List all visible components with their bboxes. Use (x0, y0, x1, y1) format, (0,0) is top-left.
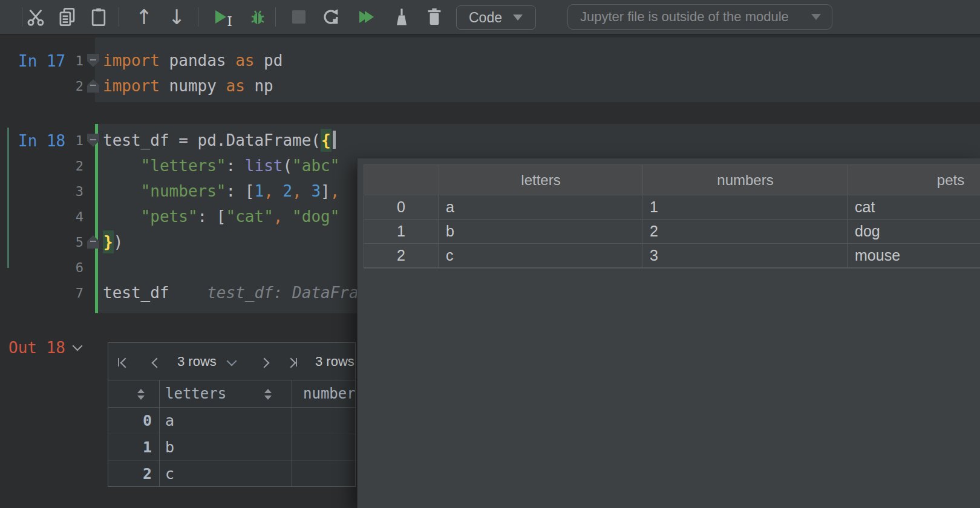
code-token: import (103, 51, 160, 70)
code-line[interactable]: import numpy as np (103, 73, 273, 99)
next-page-icon[interactable] (260, 358, 270, 368)
run-all-cells-icon[interactable] (353, 0, 380, 34)
row-index-cell[interactable]: 1 (108, 434, 152, 461)
line-number: 1 (34, 133, 83, 148)
module-warning-dropdown[interactable]: Jupyter file is outside of the module (567, 4, 832, 30)
code-token: , (292, 182, 311, 200)
code-token: : [ (198, 207, 226, 226)
code-token: np (245, 77, 273, 95)
code-line[interactable]: "numbers": [1, 2, 3], (103, 178, 339, 204)
sort-icon[interactable] (137, 389, 145, 400)
code-token: test_df: DataFra (207, 284, 358, 302)
line-number: 2 (34, 158, 83, 174)
toolbar-separator (275, 7, 276, 27)
toolbar-separator (119, 7, 119, 27)
code-token: , (273, 207, 292, 226)
table-cell[interactable]: b (165, 434, 174, 461)
row-index-cell[interactable]: 0 (108, 408, 152, 434)
sort-icon[interactable] (264, 389, 272, 400)
chevron-down-icon[interactable] (227, 356, 237, 366)
code-token: ( (283, 157, 292, 175)
last-page-icon[interactable] (286, 358, 296, 368)
code-line[interactable]: "pets": ["cat", "dog" (103, 204, 339, 229)
move-cell-down-icon[interactable]: ↓ (165, 0, 189, 34)
code-token: as (226, 77, 245, 95)
clear-outputs-icon[interactable] (390, 0, 414, 34)
code-token: 2 (283, 182, 292, 200)
line-number: 4 (34, 209, 83, 224)
stop-kernel-icon[interactable] (289, 0, 309, 34)
code-token: : (226, 157, 245, 175)
code-line[interactable]: }) (103, 229, 123, 255)
code-line[interactable]: test_df test_df: DataFra (103, 280, 359, 305)
cell-output-label: Out 18 (8, 339, 65, 357)
row-index-cell[interactable]: 2 (364, 244, 439, 268)
code-token: test_df = pd.DataFrame( (103, 131, 321, 149)
code-line[interactable]: import pandas as pd (103, 48, 283, 73)
table-cell[interactable]: a (439, 195, 642, 220)
code-token: pd (254, 51, 283, 70)
code-token: , (330, 182, 340, 200)
code-token: : [ (226, 182, 255, 200)
code-token: "dog" (292, 207, 339, 226)
code-token (103, 182, 141, 200)
page-size-dropdown[interactable]: 3 rows (177, 354, 217, 370)
dataframe-preview-popup: lettersnumberspets0a1cat1b2dog2c3mouse (357, 158, 980, 508)
table-cell[interactable]: c (439, 244, 642, 268)
table-cell[interactable]: 2 (642, 220, 848, 244)
table-cell[interactable]: c (165, 461, 174, 487)
run-cell-icon[interactable]: I (211, 0, 237, 34)
cut-icon[interactable] (24, 0, 47, 34)
paste-icon[interactable] (87, 0, 110, 34)
total-rows-label: 3 rows (315, 354, 354, 370)
table-cell[interactable]: 1 (642, 195, 848, 220)
code-token: } (103, 230, 114, 253)
code-token: "numbers" (141, 182, 226, 200)
column-header[interactable]: numbers (303, 380, 356, 408)
row-index-cell[interactable]: 2 (108, 461, 152, 487)
delete-cell-icon[interactable] (423, 0, 445, 34)
table-cell[interactable]: b (439, 220, 642, 244)
code-token: "letters" (141, 157, 226, 175)
table-cell[interactable]: a (165, 408, 174, 434)
chevron-down-icon (513, 15, 523, 21)
code-token: 3 (311, 182, 321, 200)
code-token (103, 157, 141, 175)
chevron-down-icon[interactable] (73, 341, 83, 351)
debug-cell-icon[interactable] (246, 0, 270, 34)
table-cell[interactable]: 3 (642, 244, 848, 268)
code-token: test_df (103, 284, 169, 302)
line-number: 1 (34, 53, 83, 68)
table-cell[interactable]: dog (848, 220, 980, 244)
code-line[interactable]: "letters": list("abc" (103, 153, 339, 178)
first-page-icon[interactable] (118, 358, 119, 366)
first-page-icon[interactable] (120, 358, 131, 368)
column-header[interactable]: letters (439, 165, 642, 195)
column-header[interactable]: pets (848, 165, 980, 195)
line-number: 7 (34, 285, 83, 301)
move-cell-up-icon[interactable]: ↑ (132, 0, 156, 34)
notebook-toolbar: ↑ ↓ I (0, 0, 980, 35)
code-token: ] (321, 182, 330, 200)
cell-run-gutter-stripe (7, 128, 9, 268)
ide-window: ↑ ↓ I (0, 0, 980, 508)
line-number: 5 (34, 235, 83, 250)
code-token: "cat" (226, 207, 273, 226)
code-token: list (245, 157, 283, 175)
table-cell[interactable]: cat (848, 195, 980, 220)
column-header[interactable]: letters (165, 380, 226, 408)
code-line[interactable]: test_df = pd.DataFrame({ (103, 128, 336, 153)
divider (159, 380, 160, 487)
table-cell[interactable]: mouse (848, 244, 980, 268)
cell-type-dropdown[interactable]: Code (456, 5, 536, 30)
row-index-cell[interactable]: 0 (364, 195, 439, 220)
last-page-icon[interactable] (296, 358, 297, 366)
previous-page-icon[interactable] (152, 358, 162, 368)
code-token: pandas (160, 51, 235, 70)
toolbar-separator (22, 7, 22, 27)
column-header[interactable]: numbers (642, 165, 848, 195)
restart-kernel-icon[interactable] (319, 0, 342, 34)
code-token (169, 284, 207, 302)
row-index-cell[interactable]: 1 (364, 220, 439, 244)
copy-icon[interactable] (56, 0, 79, 34)
